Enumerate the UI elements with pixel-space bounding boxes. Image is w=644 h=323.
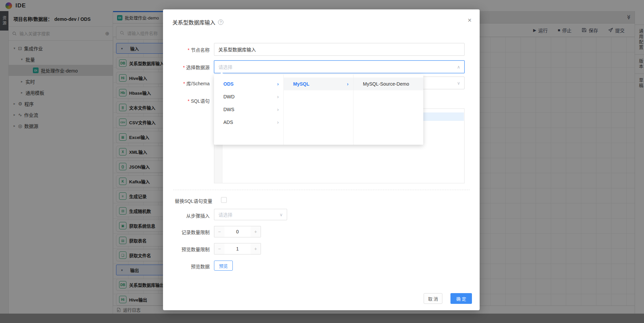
preview-limit-label: 预览数量限制 [163,246,210,252]
cascader-option-label: DWD [223,94,234,99]
insert-from-step-select[interactable]: 请选择 ∨ [214,209,287,220]
plus-button[interactable]: + [251,243,261,255]
minus-button[interactable]: − [214,226,224,237]
record-limit-stepper: − 0 + [214,226,261,237]
ide-app: IDE 资源 项目名称/数据层：demo-dev / ODS 输入关键字搜索 ⊕… [0,0,644,323]
replace-var-label: 替换SQL语句变量 [163,197,212,204]
minus-button[interactable]: − [214,243,224,255]
required-mark: * [183,65,185,70]
datasource-label: *选择数据源 [163,64,210,71]
insert-from-step-label: 从步骤插入 [163,212,210,219]
preview-data-label: 预览数据 [163,263,210,270]
required-mark: * [188,47,190,53]
dialog-title-text: 关系型数据库输入 [172,18,215,26]
chevron-up-icon: ∧ [457,64,460,70]
cascader-column-1: ODS›DWD›DWS›ADS› [214,75,284,145]
help-icon[interactable]: ? [218,19,223,25]
cascader-option-label: ODS [223,81,233,87]
required-mark: * [188,98,190,104]
datasource-cascader: ODS›DWD›DWS›ADS›MySQL›MySQL-Source-Demo [214,75,423,145]
chevron-right-icon: › [277,90,279,103]
record-limit-label: 记录数量限制 [163,229,210,235]
preview-button[interactable]: 预览 [214,261,233,271]
chevron-right-icon: › [277,78,279,90]
chevron-right-icon: › [277,116,279,129]
ok-button[interactable]: 确 定 [450,293,472,304]
chevron-right-icon: › [347,78,348,90]
cascader-option-MySQL-Source-Demo[interactable]: MySQL-Source-Demo [354,78,423,90]
cascader-column-2: MySQL› [284,75,354,145]
required-mark: * [183,81,185,86]
close-icon[interactable]: × [468,17,472,24]
datasource-select[interactable]: 请选择 ∧ [214,60,465,73]
cascader-option-ADS[interactable]: ADS› [214,116,283,129]
record-limit-value[interactable]: 0 [224,226,251,237]
preview-limit-stepper: − 1 + [214,243,261,255]
node-name-input[interactable]: 关系型数据库输入 [214,43,465,56]
preview-limit-value[interactable]: 1 [224,243,251,255]
cascader-option-label: MySQL [293,81,309,87]
plus-button[interactable]: + [251,226,261,237]
datasource-placeholder: 请选择 [218,63,232,70]
chevron-down-icon: ∨ [279,212,283,217]
cascader-option-DWS[interactable]: DWS› [214,103,283,116]
cascader-option-DWD[interactable]: DWD› [214,90,283,103]
chevron-down-icon: ∨ [457,81,460,86]
schema-label: *库/Schema [163,80,210,87]
node-name-value: 关系型数据库输入 [218,46,256,53]
cascader-option-ODS[interactable]: ODS› [214,78,283,90]
cascader-option-label: DWS [223,107,234,112]
relational-db-input-dialog: 关系型数据库输入 ? × *节点名称 关系型数据库输入 *选择数据源 请选择 ∧… [163,9,480,310]
node-name-label: *节点名称 [163,46,210,53]
cascader-option-label: ADS [223,120,233,125]
dashed-divider [173,190,470,190]
replace-var-checkbox[interactable] [221,197,227,203]
cascader-option-label: MySQL-Source-Demo [363,81,409,87]
cascader-option-MySQL[interactable]: MySQL› [284,78,353,90]
sql-label: *SQL语句 [163,97,210,104]
cancel-button[interactable]: 取 消 [424,293,442,304]
dialog-title: 关系型数据库输入 ? [172,18,223,26]
insert-from-step-placeholder: 请选择 [218,211,232,218]
cascader-column-3: MySQL-Source-Demo [354,75,423,145]
chevron-right-icon: › [277,103,279,116]
